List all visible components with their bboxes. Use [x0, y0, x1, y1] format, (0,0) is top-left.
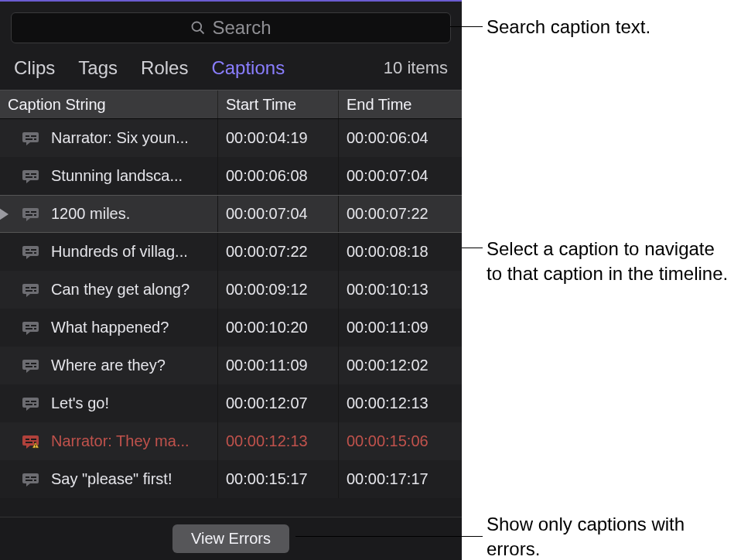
- table-row[interactable]: Say "please" first!00:00:15:1700:00:17:1…: [0, 460, 462, 498]
- caption-text: What happened?: [51, 319, 169, 336]
- table-row[interactable]: Narrator: Six youn...00:00:04:1900:00:06…: [0, 119, 462, 157]
- start-time-cell: 00:00:10:20: [218, 309, 339, 347]
- svg-rect-9: [34, 176, 36, 178]
- table-row[interactable]: Where are they?00:00:11:0900:00:12:02: [0, 347, 462, 384]
- svg-rect-36: [26, 442, 32, 443]
- svg-rect-31: [31, 401, 36, 402]
- start-time-cell: 00:00:07:04: [218, 196, 339, 232]
- caption-cell: What happened?: [0, 309, 218, 347]
- callout-text-select: Select a caption to navigate to that cap…: [487, 237, 734, 287]
- svg-rect-30: [26, 401, 29, 402]
- svg-rect-32: [26, 404, 32, 405]
- end-time-cell: 00:00:12:02: [339, 347, 459, 384]
- caption-text: Can they get along?: [51, 281, 190, 299]
- svg-rect-28: [26, 366, 32, 367]
- caption-icon: [22, 472, 42, 487]
- caption-cell: Stunning landsca...: [0, 157, 218, 195]
- table-row[interactable]: Hundreds of villag...00:00:07:2200:00:08…: [0, 233, 462, 271]
- svg-rect-16: [26, 252, 32, 254]
- svg-rect-34: [26, 439, 29, 440]
- search-icon: [190, 20, 206, 36]
- caption-icon: [22, 207, 42, 222]
- caption-cell: Where are they?: [0, 347, 218, 384]
- column-header-caption[interactable]: Caption String: [0, 90, 218, 118]
- svg-rect-10: [26, 211, 29, 213]
- callout-text-errors: Show only captions with errors.: [487, 512, 719, 560]
- svg-rect-38: [35, 444, 36, 446]
- column-header-start[interactable]: Start Time: [218, 90, 339, 118]
- caption-icon: [22, 320, 42, 336]
- svg-rect-25: [34, 328, 36, 330]
- caption-text: Where are they?: [51, 357, 166, 374]
- end-time-cell: 00:00:08:18: [339, 233, 459, 271]
- svg-rect-42: [26, 480, 32, 481]
- caption-cell: Can they get along?: [0, 271, 218, 309]
- table-row[interactable]: What happened?00:00:10:2000:00:11:09: [0, 309, 462, 347]
- end-time-cell: 00:00:17:17: [339, 460, 459, 498]
- svg-rect-19: [31, 287, 36, 289]
- table-row[interactable]: Let's go!00:00:12:0700:00:12:13: [0, 384, 462, 422]
- caption-cell: Narrator: Six youn...: [0, 119, 218, 157]
- start-time-cell: 00:00:04:19: [218, 119, 339, 157]
- svg-rect-6: [26, 173, 29, 175]
- caption-text: 1200 miles.: [51, 205, 130, 223]
- svg-rect-11: [31, 211, 36, 213]
- view-errors-button[interactable]: View Errors: [172, 524, 289, 553]
- svg-rect-41: [31, 476, 36, 478]
- end-time-cell: 00:00:11:09: [339, 309, 459, 347]
- start-time-cell: 00:00:11:09: [218, 347, 339, 384]
- panel-footer: View Errors: [0, 517, 462, 560]
- search-input[interactable]: Search: [11, 12, 451, 43]
- svg-rect-26: [26, 363, 29, 364]
- start-time-cell: 00:00:09:12: [218, 271, 339, 309]
- callout-line-select: [462, 248, 483, 248]
- table-row[interactable]: Narrator: They ma...00:00:12:1300:00:15:…: [0, 422, 462, 460]
- start-time-cell: 00:00:06:08: [218, 157, 339, 195]
- caption-cell: Hundreds of villag...: [0, 233, 218, 271]
- playhead-indicator-icon: [0, 208, 9, 220]
- index-tabs: Clips Tags Roles Captions 10 items: [0, 51, 462, 90]
- svg-rect-4: [26, 138, 32, 140]
- caption-icon: [22, 358, 42, 374]
- search-placeholder: Search: [212, 17, 271, 39]
- tab-clips[interactable]: Clips: [14, 57, 55, 79]
- svg-rect-14: [26, 249, 29, 251]
- svg-rect-27: [31, 363, 36, 364]
- svg-rect-35: [31, 439, 36, 440]
- caption-error-icon: [22, 434, 42, 449]
- end-time-cell: 00:00:07:22: [339, 196, 459, 232]
- end-time-cell: 00:00:15:06: [339, 422, 459, 460]
- table-row[interactable]: 1200 miles.00:00:07:0400:00:07:22: [0, 195, 462, 233]
- svg-rect-8: [26, 176, 32, 178]
- caption-icon: [22, 169, 42, 184]
- tab-tags[interactable]: Tags: [78, 57, 118, 79]
- svg-line-1: [200, 30, 204, 34]
- caption-text: Narrator: They ma...: [51, 432, 190, 450]
- svg-rect-24: [26, 328, 32, 330]
- svg-rect-13: [34, 214, 36, 216]
- callout-line-errors: [295, 536, 483, 537]
- svg-rect-5: [34, 138, 36, 140]
- tab-captions[interactable]: Captions: [211, 57, 285, 79]
- caption-cell: Let's go!: [0, 384, 218, 422]
- column-header-end[interactable]: End Time: [339, 90, 459, 118]
- start-time-cell: 00:00:12:13: [218, 422, 339, 460]
- caption-cell: 1200 miles.: [0, 196, 218, 232]
- svg-rect-3: [31, 135, 36, 137]
- svg-rect-33: [34, 404, 36, 405]
- svg-rect-2: [26, 135, 29, 137]
- table-row[interactable]: Can they get along?00:00:09:1200:00:10:1…: [0, 271, 462, 309]
- end-time-cell: 00:00:07:04: [339, 157, 459, 195]
- svg-rect-20: [26, 290, 32, 292]
- caption-text: Stunning landsca...: [51, 167, 183, 185]
- caption-cell: Narrator: They ma...: [0, 422, 218, 460]
- end-time-cell: 00:00:12:13: [339, 384, 459, 422]
- table-header-row: Caption String Start Time End Time: [0, 90, 462, 119]
- svg-rect-40: [26, 476, 29, 478]
- end-time-cell: 00:00:10:13: [339, 271, 459, 309]
- svg-rect-39: [35, 446, 36, 447]
- caption-icon: [22, 244, 42, 260]
- start-time-cell: 00:00:12:07: [218, 384, 339, 422]
- table-row[interactable]: Stunning landsca...00:00:06:0800:00:07:0…: [0, 157, 462, 195]
- tab-roles[interactable]: Roles: [141, 57, 188, 79]
